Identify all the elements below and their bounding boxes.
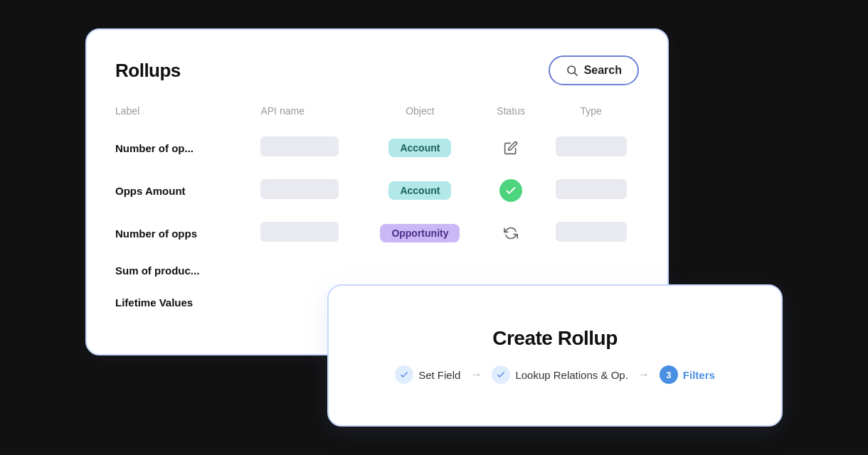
svg-point-0 [568, 66, 576, 74]
create-rollup-title: Create Rollup [492, 327, 618, 350]
row-api [260, 127, 369, 169]
row-object: Account [370, 127, 479, 169]
step-filters-label: Filters [683, 369, 715, 381]
row-type [551, 127, 639, 169]
col-header-api: API name [260, 105, 369, 127]
status-refresh-icon [479, 226, 543, 240]
step-lookup: Lookup Relations & Op. [492, 365, 628, 384]
search-button[interactable]: Search [549, 55, 639, 85]
api-placeholder [260, 222, 339, 242]
check-circle [499, 179, 522, 202]
step-filters-badge: 3 [660, 365, 678, 384]
table-row: Opps Amount Account [115, 169, 639, 212]
step-lookup-label: Lookup Relations & Op. [515, 369, 628, 381]
row-label: Number of op... [115, 127, 260, 169]
row-label: Sum of produc... [115, 255, 260, 287]
step-check-icon-2 [492, 365, 510, 384]
type-placeholder [556, 222, 627, 242]
col-header-status: Status [479, 105, 551, 127]
row-label: Lifetime Values [115, 287, 260, 318]
create-rollup-card: Create Rollup Set Field → Loo [327, 284, 783, 427]
row-object [370, 255, 479, 287]
svg-line-1 [574, 73, 577, 75]
row-api [260, 169, 369, 212]
object-badge-account: Account [388, 139, 451, 157]
step-arrow-2: → [638, 368, 650, 381]
table-row: Number of op... Account [115, 127, 639, 169]
card-header: Rollups Search [115, 55, 639, 85]
row-status [479, 169, 551, 212]
type-placeholder [556, 136, 627, 156]
row-type [551, 212, 639, 255]
api-placeholder [260, 136, 339, 156]
row-object: Opportunity [370, 212, 479, 255]
steps-row: Set Field → Lookup Relations & Op. → 3 F… [395, 365, 715, 384]
api-placeholder [260, 179, 339, 199]
object-badge-account: Account [388, 181, 451, 200]
step-arrow-1: → [470, 368, 482, 381]
card-title: Rollups [115, 60, 181, 82]
step-check-icon [395, 365, 413, 384]
object-badge-opportunity: Opportunity [380, 224, 460, 242]
table-row: Sum of produc... [115, 255, 639, 287]
type-placeholder [556, 179, 627, 199]
row-label: Opps Amount [115, 169, 260, 212]
row-status [479, 212, 551, 255]
step-set-field-label: Set Field [418, 369, 460, 381]
row-type [551, 255, 639, 287]
search-button-label: Search [584, 64, 622, 77]
col-header-type: Type [551, 105, 639, 127]
row-label: Number of opps [115, 212, 260, 255]
col-header-label: Label [115, 105, 260, 127]
status-pencil-icon [479, 141, 543, 155]
search-icon [566, 64, 578, 77]
row-api [260, 212, 369, 255]
col-header-object: Object [370, 105, 479, 127]
row-object: Account [370, 169, 479, 212]
row-status [479, 255, 551, 287]
row-status [479, 127, 551, 169]
step-filters: 3 Filters [660, 365, 715, 384]
table-row: Number of opps Opportunity [115, 212, 639, 255]
row-api [260, 255, 369, 287]
step-set-field: Set Field [395, 365, 460, 384]
row-type [551, 169, 639, 212]
status-check-icon [479, 179, 543, 202]
